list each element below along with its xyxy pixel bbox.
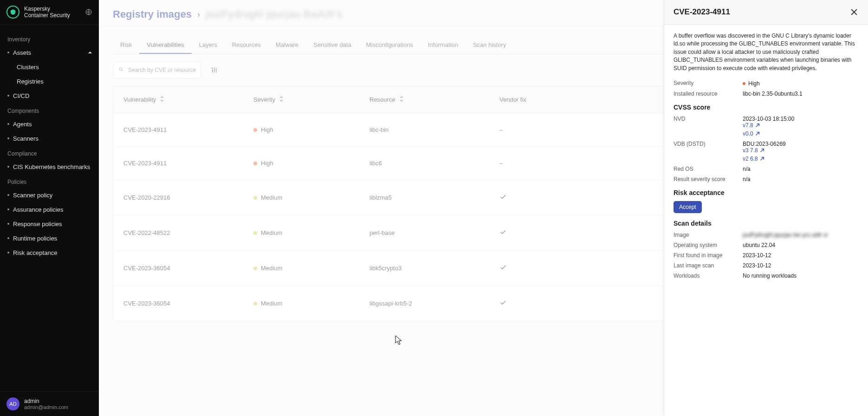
last-scan-value: 2023-10-12 bbox=[743, 262, 859, 269]
label-severity: Severity bbox=[674, 80, 736, 87]
nav-section-title: Inventory bbox=[0, 32, 99, 46]
cve-description: A buffer overflow was discovered in the … bbox=[674, 32, 859, 72]
label-os: Operating system bbox=[674, 242, 736, 248]
nav-item[interactable]: Response policies bbox=[0, 217, 99, 231]
user-email: admin@admin.com bbox=[24, 404, 68, 410]
label-workloads: Workloads bbox=[674, 273, 736, 279]
section-cvss: CVSS score bbox=[674, 104, 859, 111]
nav-item[interactable]: CIS Kubernetes benchmarks bbox=[0, 160, 99, 174]
nav-item[interactable]: Risk acceptance bbox=[0, 246, 99, 260]
panel-title: CVE-2023-4911 bbox=[674, 7, 730, 17]
nav-item[interactable]: Assurance policies bbox=[0, 202, 99, 217]
sidebar: Kaspersky Container Security InventoryAs… bbox=[0, 0, 99, 416]
first-found-value: 2023-10-12 bbox=[743, 252, 859, 259]
vdb-id: BDU:2023-06269 bbox=[743, 141, 859, 147]
nav-item[interactable]: CI/CD bbox=[0, 89, 99, 103]
nav-item[interactable]: Scanners bbox=[0, 131, 99, 146]
nav-item[interactable]: Assets bbox=[0, 46, 99, 60]
redos-value: n/a bbox=[743, 166, 859, 172]
vdb-link-2[interactable]: v2 6.8 bbox=[743, 156, 859, 162]
vdb-link-1[interactable]: v3 7.8 bbox=[743, 147, 859, 154]
user-block[interactable]: AD admin admin@admin.com bbox=[0, 391, 99, 416]
close-icon[interactable] bbox=[849, 7, 859, 17]
nvd-link-2[interactable]: v0.0 bbox=[743, 130, 859, 137]
nav-item-child[interactable]: Registries bbox=[0, 74, 99, 89]
main: Registry images › jsuiFydrughl jqucjau B… bbox=[99, 0, 868, 416]
cursor-icon bbox=[395, 335, 402, 347]
section-risk-acceptance: Risk acceptance bbox=[674, 189, 859, 196]
image-value: jsuiFydrughl jqucjau bw ycu adtr sr bbox=[743, 232, 859, 238]
brand-logo-icon bbox=[6, 6, 19, 19]
avatar: AD bbox=[6, 397, 19, 410]
severity-value: High bbox=[743, 80, 760, 87]
globe-icon[interactable] bbox=[85, 8, 92, 16]
label-redos: Red OS bbox=[674, 166, 736, 172]
workloads-value: No running workloads bbox=[743, 273, 859, 279]
nav-section-title: Policies bbox=[0, 174, 99, 188]
nav-section-title: Compliance bbox=[0, 146, 99, 160]
chevron-up-icon bbox=[88, 49, 92, 56]
nav-item[interactable]: Runtime policies bbox=[0, 231, 99, 246]
section-scan-details: Scan details bbox=[674, 220, 859, 227]
nvd-link-1[interactable]: v7.8 bbox=[743, 122, 859, 129]
label-first-found: First found in image bbox=[674, 252, 736, 259]
label-installed-resource: Installed resource bbox=[674, 91, 736, 97]
label-vdb: VDB (DSTD) bbox=[674, 141, 736, 162]
user-name: admin bbox=[24, 398, 68, 404]
label-result-score: Result severity score bbox=[674, 176, 736, 182]
result-score-value: n/a bbox=[743, 176, 859, 182]
os-value: ubuntu 22.04 bbox=[743, 242, 859, 248]
brand-block: Kaspersky Container Security bbox=[0, 0, 99, 25]
nav-item[interactable]: Scanner policy bbox=[0, 188, 99, 202]
label-image: Image bbox=[674, 232, 736, 238]
accept-button[interactable]: Accept bbox=[674, 201, 702, 213]
nvd-date: 2023-10-03 18:15:00 bbox=[743, 116, 859, 122]
label-nvd: NVD bbox=[674, 116, 736, 137]
installed-resource-value: libc-bin 2.35-0ubuntu3.1 bbox=[743, 91, 859, 97]
nav-section-title: Components bbox=[0, 103, 99, 117]
nav-item[interactable]: Agents bbox=[0, 117, 99, 131]
label-last-scan: Last image scan bbox=[674, 262, 736, 269]
cve-detail-panel: CVE-2023-4911 A buffer overflow was disc… bbox=[664, 0, 868, 416]
brand-text: Kaspersky Container Security bbox=[24, 6, 70, 19]
nav-item-child[interactable]: Clusters bbox=[0, 60, 99, 74]
